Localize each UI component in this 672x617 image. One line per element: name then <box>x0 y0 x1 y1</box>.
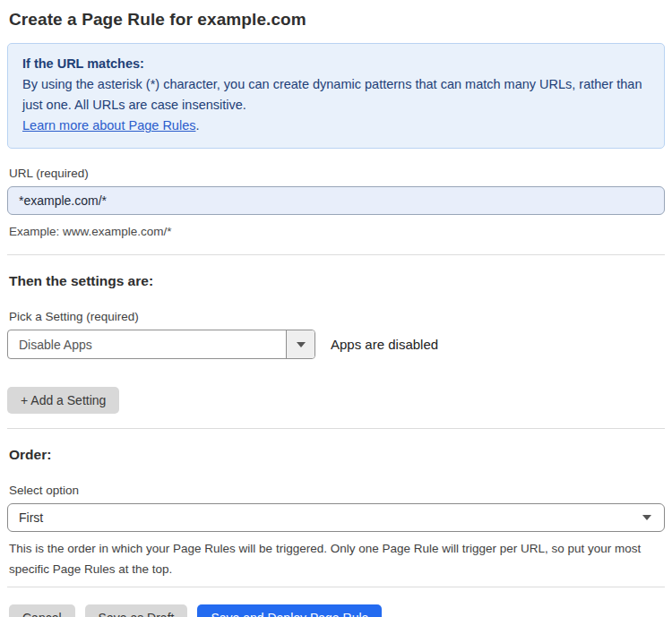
url-example-helper: Example: www.example.com/* <box>9 222 665 242</box>
divider <box>7 428 665 429</box>
url-input[interactable] <box>7 186 665 215</box>
settings-section-heading: Then the settings are: <box>9 273 665 289</box>
save-and-deploy-button[interactable]: Save and Deploy Page Rule <box>197 604 382 617</box>
order-select[interactable]: First <box>7 503 665 532</box>
setting-status-text: Apps are disabled <box>331 337 438 352</box>
setting-dropdown-arrow-button[interactable] <box>286 330 314 358</box>
create-page-rule-form: Create a Page Rule for example.com If th… <box>0 0 672 617</box>
info-box-heading: If the URL matches: <box>22 54 650 74</box>
caret-down-icon <box>642 515 651 520</box>
select-option-label: Select option <box>9 484 665 497</box>
form-action-row: Cancel Save as Draft Save and Deploy Pag… <box>7 604 665 617</box>
divider <box>7 587 665 587</box>
setting-row: Disable Apps Apps are disabled <box>7 330 665 359</box>
info-box-body: By using the asterisk (*) character, you… <box>22 74 650 136</box>
url-field-label: URL (required) <box>9 167 665 180</box>
caret-down-icon <box>297 342 306 347</box>
learn-more-link[interactable]: Learn more about Page Rules <box>22 118 195 133</box>
setting-dropdown-value[interactable]: Disable Apps <box>8 330 286 358</box>
order-select-value: First <box>19 510 43 525</box>
add-setting-button[interactable]: + Add a Setting <box>7 387 119 414</box>
page-title: Create a Page Rule for example.com <box>9 9 665 30</box>
divider <box>7 254 665 255</box>
url-match-info-box: If the URL matches: By using the asteris… <box>7 43 665 149</box>
link-period: . <box>195 118 199 133</box>
info-box-body-text: By using the asterisk (*) character, you… <box>22 77 642 112</box>
cancel-button[interactable]: Cancel <box>9 604 75 617</box>
order-section-heading: Order: <box>9 447 665 463</box>
pick-setting-label: Pick a Setting (required) <box>9 310 665 323</box>
setting-dropdown[interactable]: Disable Apps <box>7 330 315 359</box>
save-as-draft-button[interactable]: Save as Draft <box>85 604 188 617</box>
order-helper-text: This is the order in which your Page Rul… <box>9 538 654 579</box>
